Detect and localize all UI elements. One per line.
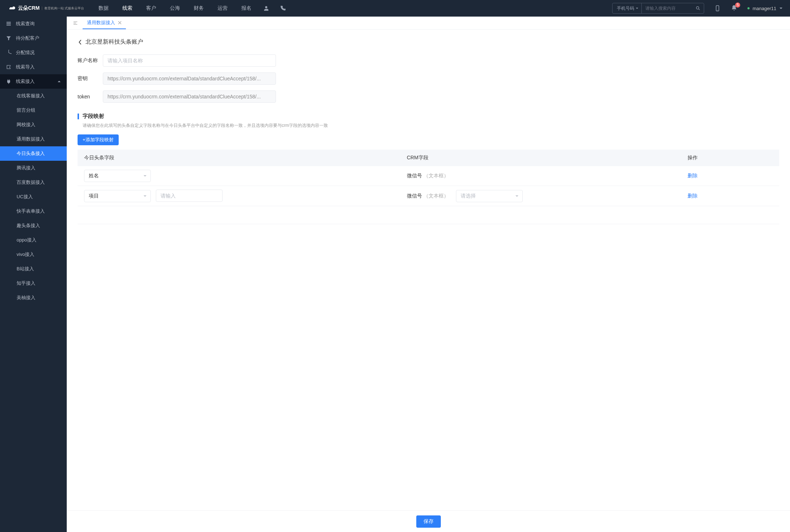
section-bar (78, 114, 79, 119)
account-input[interactable] (103, 54, 276, 67)
content: 北京昱新科技头条账户 账户名称 密钥 token 字段映射 请确保您在此填写的头… (67, 30, 790, 510)
sidebar-item-integration[interactable]: 线索接入 (0, 74, 67, 89)
crm-field-type: （文本框） (423, 173, 449, 178)
svg-rect-7 (6, 23, 11, 24)
nav-sea[interactable]: 公海 (170, 5, 180, 12)
add-mapping-button[interactable]: +添加字段映射 (78, 134, 119, 145)
section-title: 字段映射 (83, 113, 104, 120)
col-crm: CRM字段 (400, 150, 681, 166)
user-name: manager11 (752, 6, 776, 11)
tab-generic-data[interactable]: 通用数据接入 (83, 17, 126, 29)
svg-rect-6 (6, 22, 11, 23)
logo-icon (7, 4, 16, 13)
svg-rect-2 (267, 9, 269, 10)
section-desc: 请确保您在此填写的头条自定义字段名称与在今日头条平台中自定义的字段名称一致，并且… (78, 123, 779, 129)
main-area: 通用数据接入 北京昱新科技头条账户 账户名称 密钥 token (67, 17, 790, 532)
pie-icon (6, 50, 12, 56)
phone-icon[interactable] (280, 5, 286, 12)
table-row-empty (78, 206, 779, 224)
mobile-icon[interactable] (714, 5, 721, 12)
toutiao-field-select[interactable]: 姓名 (84, 170, 151, 182)
tab-bar: 通用数据接入 (67, 17, 790, 30)
page-title: 北京昱新科技头条账户 (85, 38, 143, 46)
close-icon[interactable] (118, 21, 122, 25)
toutiao-custom-input[interactable] (156, 190, 223, 202)
top-nav: 数据 线索 客户 公海 财务 运营 报名 (98, 5, 251, 12)
header-icon-group (263, 5, 286, 12)
sidebar-sub-tencent[interactable]: 腾讯接入 (0, 161, 67, 175)
search-type-label: 手机号码 (617, 5, 634, 12)
sidebar-sub-qutoutiao[interactable]: 趣头条接入 (0, 218, 67, 233)
logo[interactable]: 云朵CRM 教育机构一站 式服务云平台 (7, 4, 84, 13)
breadcrumb[interactable]: 北京昱新科技头条账户 (78, 38, 779, 46)
sidebar-item-allocation[interactable]: 分配情况 (0, 45, 67, 60)
nav-ops[interactable]: 运营 (218, 5, 228, 12)
footer-bar: 保存 (67, 510, 790, 532)
sidebar-sub-toutiao[interactable]: 今日头条接入 (0, 146, 67, 161)
crm-field-type: （文本框） (423, 193, 449, 199)
col-toutiao: 今日头条字段 (78, 150, 400, 166)
delete-link[interactable]: 删除 (688, 193, 698, 199)
table-row: 项目 微信号（文本框） 请选择 删除 (78, 186, 779, 206)
svg-point-3 (697, 6, 699, 9)
sidebar-sub-oppo[interactable]: oppo接入 (0, 233, 67, 247)
sidebar-sub-bilibili[interactable]: B站接入 (0, 262, 67, 276)
search-button[interactable] (692, 3, 704, 13)
nav-clues[interactable]: 线索 (122, 5, 132, 12)
nav-customers[interactable]: 客户 (146, 5, 156, 12)
chevron-down-icon (143, 174, 147, 178)
mapping-table: 今日头条字段 CRM字段 操作 姓名 微 (78, 150, 779, 224)
secret-input[interactable] (103, 72, 276, 85)
nav-enroll[interactable]: 报名 (241, 5, 251, 12)
crm-field-label: 微信号 (407, 193, 422, 199)
user-menu[interactable]: manager11 (747, 6, 783, 11)
sidebar-sub-kuaishou[interactable]: 快手表单接入 (0, 204, 67, 218)
nav-data[interactable]: 数据 (98, 5, 109, 12)
sidebar-sub-uc[interactable]: UC接入 (0, 190, 67, 204)
sidebar-sub-vivo[interactable]: vivo接入 (0, 247, 67, 262)
notification-badge: 5 (735, 3, 740, 8)
sidebar-item-clue-query[interactable]: 线索查询 (0, 17, 67, 31)
svg-point-0 (265, 6, 267, 8)
svg-rect-8 (6, 25, 11, 26)
sidebar-sub-meiyou[interactable]: 美柚接入 (0, 291, 67, 305)
crm-field-label: 微信号 (407, 173, 422, 178)
chevron-down-icon (779, 6, 783, 10)
col-action: 操作 (681, 150, 779, 166)
sidebar: 线索查询 待分配客户 分配情况 线索导入 线索接入 在线客服接入 留言分组 网校… (0, 17, 67, 532)
sidebar-sub-school[interactable]: 网校接入 (0, 118, 67, 132)
svg-point-5 (717, 10, 718, 11)
crm-value-select[interactable]: 请选择 (456, 190, 523, 202)
sidebar-sub-baidu[interactable]: 百度数据接入 (0, 175, 67, 190)
list-icon (6, 21, 12, 27)
sidebar-sub-msg-group[interactable]: 留言分组 (0, 103, 67, 118)
plug-icon (6, 79, 12, 84)
toutiao-field-select[interactable]: 项目 (84, 190, 151, 202)
save-button[interactable]: 保存 (416, 515, 441, 528)
delete-link[interactable]: 删除 (688, 173, 698, 178)
search-icon (695, 6, 701, 11)
import-icon (6, 64, 12, 70)
sidebar-sub-generic[interactable]: 通用数据接入 (0, 132, 67, 146)
secret-label: 密钥 (78, 75, 103, 82)
notification-bell[interactable]: 5 (731, 5, 737, 12)
search-type-select[interactable]: 手机号码 (613, 3, 642, 13)
sidebar-item-awaiting[interactable]: 待分配客户 (0, 31, 67, 45)
sidebar-sub-zhihu[interactable]: 知乎接入 (0, 276, 67, 291)
sidebar-item-import[interactable]: 线索导入 (0, 60, 67, 74)
top-header: 云朵CRM 教育机构一站 式服务云平台 数据 线索 客户 公海 财务 运营 报名… (0, 0, 790, 17)
account-label: 账户名称 (78, 57, 103, 64)
sidebar-collapse-button[interactable] (70, 17, 81, 29)
logo-subtitle: 教育机构一站 式服务云平台 (42, 6, 84, 10)
sidebar-sub-online-cs[interactable]: 在线客服接入 (0, 89, 67, 103)
search-group: 手机号码 (612, 3, 704, 14)
user-add-icon[interactable] (263, 5, 269, 12)
table-row: 姓名 微信号（文本框） 删除 (78, 166, 779, 186)
logo-text: 云朵CRM (18, 5, 40, 12)
search-input[interactable] (642, 6, 692, 11)
token-input[interactable] (103, 90, 276, 103)
filter-icon (6, 35, 12, 41)
chevron-up-icon (57, 80, 61, 83)
chevron-down-icon (515, 194, 519, 198)
nav-finance[interactable]: 财务 (194, 5, 204, 12)
